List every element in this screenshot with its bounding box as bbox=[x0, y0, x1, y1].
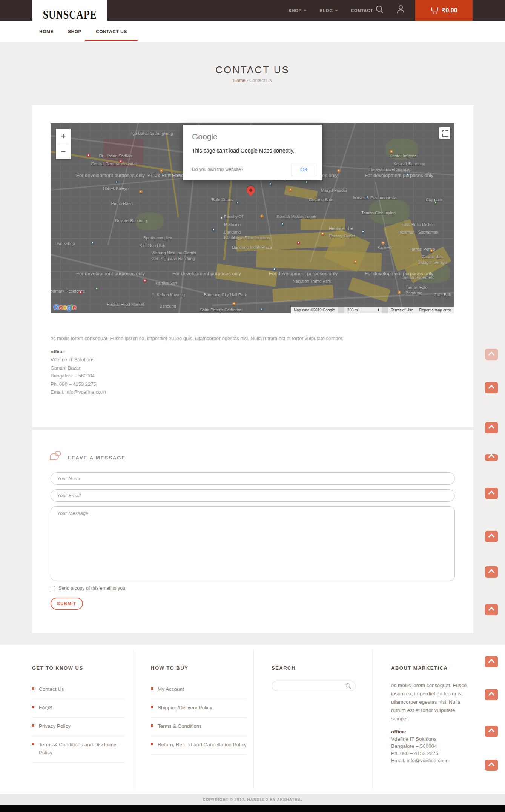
bullet-icon bbox=[32, 687, 34, 690]
name-input[interactable] bbox=[51, 472, 455, 485]
scroll-top-button[interactable] bbox=[485, 656, 498, 667]
bullet-icon bbox=[151, 743, 153, 745]
scroll-top-button[interactable] bbox=[485, 531, 498, 542]
chevron-up-icon bbox=[488, 692, 495, 698]
map-label: Café Bali bbox=[434, 293, 451, 297]
footer-search-icon[interactable] bbox=[346, 683, 351, 689]
map-poi-marker bbox=[143, 279, 147, 282]
map-label: Bale Xtrans bbox=[212, 197, 233, 202]
footer-divider bbox=[253, 650, 254, 789]
scroll-top-button[interactable] bbox=[485, 760, 498, 771]
footer-link[interactable]: Return, Refund and Cancellation Policy bbox=[151, 736, 247, 755]
chevron-up-icon bbox=[488, 425, 495, 431]
zoom-in-button[interactable]: + bbox=[56, 129, 71, 144]
map-poi-marker bbox=[434, 201, 437, 205]
map-label: Iga Bakar Si Jangkung bbox=[131, 131, 173, 136]
map-watermark-text: For development purposes only bbox=[365, 173, 433, 178]
header-nav-shop[interactable]: SHOP bbox=[289, 8, 307, 13]
google-logo-letter: G bbox=[54, 303, 59, 311]
header-nav-blog[interactable]: BLOG bbox=[319, 8, 338, 13]
user-account-icon[interactable] bbox=[397, 5, 405, 13]
site-logo[interactable]: SUNSCAPE bbox=[32, 0, 107, 29]
dialog-question: Do you own this website? bbox=[192, 167, 243, 172]
footer-heading: HOW TO BUY bbox=[151, 665, 247, 671]
map-poi-marker bbox=[361, 230, 365, 233]
report-map-error-link[interactable]: Report a map error bbox=[416, 308, 454, 312]
footer-link[interactable]: Contact Us bbox=[32, 681, 124, 699]
submit-button[interactable]: SUBMIT bbox=[51, 598, 83, 610]
map-poi-marker bbox=[269, 182, 272, 186]
attribution-divider bbox=[338, 307, 344, 313]
map-poi-marker bbox=[260, 308, 264, 311]
chevron-up-icon bbox=[488, 491, 495, 497]
chevron-up-icon bbox=[488, 607, 495, 613]
map-label: Karnivor bbox=[378, 245, 393, 250]
header-nav-contact[interactable]: CONTACT bbox=[351, 8, 373, 13]
dialog-ok-button[interactable]: OK bbox=[292, 163, 316, 176]
footer-link[interactable]: My Account bbox=[151, 681, 247, 699]
footer-office-label: office: bbox=[391, 728, 472, 735]
send-copy-label[interactable]: Send a copy of this email to you bbox=[58, 586, 125, 591]
scroll-top-button[interactable] bbox=[485, 454, 498, 461]
chevron-up-icon bbox=[488, 729, 495, 735]
message-form-card: LEAVE A MESSAGE Send a copy of this emai… bbox=[32, 430, 473, 633]
footer-link[interactable]: Shipping/Delivery Policy bbox=[151, 699, 247, 718]
footer-search-input[interactable] bbox=[272, 681, 356, 691]
map-label: Masjid Pusdai bbox=[321, 188, 347, 193]
cart-total: ₹0.00 bbox=[442, 7, 457, 14]
search-icon[interactable] bbox=[376, 6, 384, 13]
scroll-top-button[interactable] bbox=[485, 422, 498, 433]
subnav-item-home[interactable]: HOME bbox=[39, 29, 54, 34]
map-label: Bandung bbox=[224, 230, 241, 234]
email-input[interactable] bbox=[51, 489, 455, 502]
google-logo[interactable]: Google bbox=[54, 303, 76, 311]
map-label: Cuanki dan bbox=[422, 254, 443, 259]
footer-list-2: My AccountShipping/Delivery PolicyTerms … bbox=[151, 681, 247, 755]
map-watermark-text: For development purposes only bbox=[51, 271, 51, 276]
scroll-top-button[interactable] bbox=[485, 726, 498, 737]
chevron-up-icon bbox=[488, 659, 495, 666]
map-poi-marker bbox=[91, 241, 94, 245]
footer-heading: ABOUT MARKETICA bbox=[391, 665, 472, 671]
map-label: Bandung Indah Plaza bbox=[232, 245, 272, 250]
map-poi-marker bbox=[365, 196, 369, 199]
map-label: Taman Foto bbox=[406, 285, 428, 290]
map-label: Medicine, bbox=[224, 222, 242, 227]
chevron-up-icon bbox=[488, 569, 495, 576]
footer-link[interactable]: Terms & Conditions bbox=[151, 718, 247, 736]
subnav-item-shop[interactable]: SHOP bbox=[68, 29, 81, 34]
send-copy-checkbox[interactable] bbox=[51, 586, 55, 590]
map-scale-bar bbox=[360, 309, 379, 311]
office-line: Vdefine IT Solutions bbox=[391, 735, 472, 743]
scroll-top-button[interactable] bbox=[485, 604, 498, 615]
scroll-top-button[interactable] bbox=[485, 566, 498, 578]
footer: GET TO KNOW US Contact UsFAQSPrivacy Pol… bbox=[0, 645, 505, 794]
map-poi-marker bbox=[297, 241, 300, 245]
dialog-google-brand: Google bbox=[192, 132, 313, 141]
scroll-top-button[interactable] bbox=[485, 349, 498, 360]
terms-of-use-link[interactable]: Terms of Use bbox=[388, 308, 416, 312]
fullscreen-button[interactable] bbox=[439, 127, 450, 139]
footer-link[interactable]: Privacy Policy bbox=[32, 718, 124, 736]
footer-link[interactable]: FAQS bbox=[32, 699, 124, 718]
chevron-up-icon bbox=[488, 352, 495, 358]
breadcrumb-home-link[interactable]: Home bbox=[233, 78, 245, 83]
footer-link[interactable]: Terms & Conditions and Disclaimer Policy bbox=[32, 736, 124, 763]
cart-button[interactable]: ₹0.00 bbox=[415, 0, 473, 21]
map-poi-marker bbox=[236, 201, 239, 205]
map-poi-marker bbox=[390, 150, 393, 153]
map-label: Novotel Bandung bbox=[115, 219, 147, 223]
zoom-out-button[interactable]: − bbox=[56, 144, 71, 159]
message-textarea[interactable] bbox=[51, 506, 455, 581]
chevron-up-icon bbox=[488, 385, 495, 391]
scroll-top-button[interactable] bbox=[485, 488, 498, 499]
map-poi-marker bbox=[115, 180, 118, 184]
map-label: City park bbox=[426, 197, 442, 202]
scroll-top-button[interactable] bbox=[485, 689, 498, 700]
subnav-item-contact-us[interactable]: CONTACT US bbox=[96, 29, 127, 34]
map-poi-marker bbox=[87, 154, 90, 157]
footer-divider bbox=[372, 650, 373, 789]
footer-heading: GET TO KNOW US bbox=[32, 665, 124, 671]
scroll-top-button[interactable] bbox=[485, 382, 498, 393]
bullet-icon bbox=[151, 724, 153, 727]
